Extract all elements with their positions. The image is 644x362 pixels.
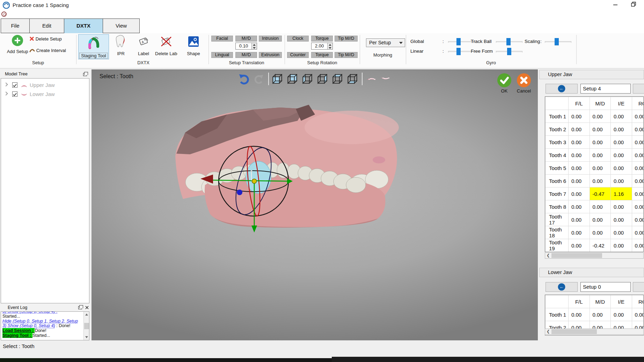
value-cell[interactable]: 0.00 [632,123,644,136]
float-panel-icon[interactable] [83,73,87,76]
value-cell[interactable]: 0.00 [569,187,590,200]
tree-item-lower-jaw[interactable]: Lower Jaw [1,90,89,99]
value-cell[interactable]: 0.00 [569,162,590,175]
value-cell[interactable]: 0.00 [632,213,644,226]
view-cube-front-icon[interactable] [272,73,283,84]
ok-button[interactable]: OK [496,73,513,94]
value-cell[interactable]: 0.00 [569,149,590,162]
ipr-button[interactable]: IPR [111,34,131,48]
value-cell[interactable]: 0.00 [569,213,590,226]
global-slider-handle[interactable] [456,38,461,45]
linear-slider-handle[interactable] [456,48,461,55]
upper-jaw-checkbox[interactable] [12,82,17,88]
cancel-button[interactable]: Cancel [515,73,532,94]
spinner-down-icon[interactable] [328,46,332,49]
scrollbar-thumb[interactable] [551,329,597,334]
view-cube-back-icon[interactable] [287,73,298,84]
view-cube-bottom-icon[interactable] [347,73,358,84]
value-cell[interactable]: 0.00 [632,200,644,213]
value-cell[interactable]: 0.00 [611,226,632,239]
value-cell[interactable]: -0.42 [590,239,611,252]
value-cell[interactable]: 0.00 [590,175,611,187]
intrusion-button[interactable]: Intrusion [259,36,282,42]
value-cell[interactable]: 0.00 [569,308,590,321]
scroll-up-icon[interactable] [85,313,88,316]
3d-viewport[interactable]: Select : Tooth OK Cancel [92,69,538,340]
value-cell[interactable]: 0.00 [611,239,632,252]
value-cell[interactable]: 0.00 [632,308,644,321]
minimize-icon[interactable] [608,0,623,10]
scrollbar-thumb[interactable] [551,253,602,258]
upper-table-hscrollbar[interactable]: ❮ [545,252,644,259]
gizmo-blue-handle[interactable] [237,190,242,195]
view-cube-left-icon[interactable] [302,73,313,84]
scaling-slider-handle[interactable] [555,38,559,45]
value-cell[interactable]: 0.00 [590,213,611,226]
value-cell[interactable]: 0.00 [632,239,644,252]
upper-setup-field[interactable]: Setup 4 [580,84,631,94]
tab-view[interactable]: View [103,19,140,33]
tip-md-top-button[interactable]: Tip M//D [335,36,358,42]
tab-edit[interactable]: Edit [29,19,64,33]
lower-denture-icon[interactable] [380,76,391,81]
value-cell[interactable]: 0.00 [590,136,611,149]
spinner-down-icon[interactable] [252,46,257,49]
lingual-button[interactable]: Lingual [211,52,233,58]
add-setup-button[interactable]: Add Setup [4,35,31,54]
rotation-gizmo[interactable] [200,143,293,232]
value-cell[interactable]: 0.00 [590,226,611,239]
value-cell[interactable]: 0.00 [632,162,644,175]
value-cell[interactable]: 0.00 [611,308,632,321]
spinner-up-icon[interactable] [328,43,332,46]
event-log-scrollbar[interactable] [83,312,89,340]
tab-file[interactable]: File [1,19,30,33]
torque-top-button[interactable]: Torque [311,36,333,42]
scroll-left-icon[interactable]: ❮ [545,329,551,334]
spinner-up-icon[interactable] [252,43,257,46]
value-cell[interactable]: 0.00 [611,213,632,226]
label-button[interactable]: A Label [133,34,154,47]
value-cell[interactable]: 0.00 [611,162,632,175]
value-cell[interactable]: 0.00 [590,308,611,321]
value-cell[interactable]: 0.00 [569,123,590,136]
tab-dxtx[interactable]: DXTX [64,19,103,34]
close-panel-icon[interactable] [85,304,89,312]
undo-icon[interactable] [238,73,250,85]
view-cube-top-icon[interactable] [332,73,343,84]
tip-md-bottom-button[interactable]: Tip M//D [335,52,358,58]
value-cell[interactable]: 0.00 [569,226,590,239]
value-cell[interactable]: 0.00 [590,123,611,136]
freeform-slider-handle[interactable] [507,48,511,55]
value-cell[interactable]: 0.00 [590,162,611,175]
quick-access-icon[interactable] [1,12,7,17]
value-cell[interactable]: 0.00 [611,200,632,213]
value-cell[interactable]: 0.00 [632,226,644,239]
value-cell[interactable]: 0.00 [611,123,632,136]
scroll-left-icon[interactable]: ❮ [545,253,551,258]
value-cell[interactable]: -0.47 [590,187,611,200]
lower-prev-setup-button[interactable]: ← [546,282,578,292]
upper-denture-icon[interactable] [366,76,377,81]
value-cell[interactable]: 0.00 [611,175,632,187]
value-cell[interactable]: 0.00 [569,175,590,187]
upper-prev-setup-button[interactable]: ← [546,84,578,94]
value-cell[interactable]: 0.00 [632,175,644,187]
torque-bottom-button[interactable]: Torque [311,52,333,58]
lower-table-hscrollbar[interactable]: ❮ [545,328,644,335]
staging-tool-button[interactable]: Staging Tool [78,34,109,59]
extrusion-button[interactable]: Extrusion [259,52,282,58]
create-interval-button[interactable]: Create Interval [29,48,66,53]
value-cell[interactable]: 0.00 [569,136,590,149]
redo-icon[interactable] [254,74,264,84]
value-cell[interactable]: 0.00 [569,200,590,213]
upper-next-setup-button[interactable]: → [633,84,644,94]
trackball-slider-handle[interactable] [506,38,511,45]
scroll-down-icon[interactable] [85,336,88,338]
expand-chevron-icon[interactable] [4,91,8,95]
value-cell[interactable]: 0.00 [632,149,644,162]
value-cell[interactable]: 0.00 [632,110,644,123]
value-cell[interactable]: 0.00 [590,200,611,213]
delete-setup-button[interactable]: Delete Setup [29,36,62,42]
gizmo-center-handle[interactable] [252,179,257,184]
float-panel-icon[interactable] [78,306,82,309]
